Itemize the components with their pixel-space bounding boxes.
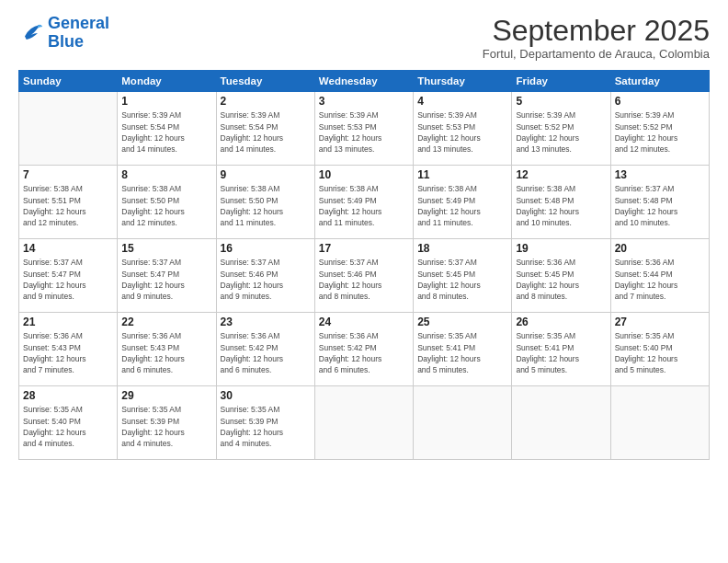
day-info: Sunrise: 5:36 AMSunset: 5:43 PMDaylight:…	[23, 330, 113, 375]
location: Fortul, Departamento de Arauca, Colombia	[483, 47, 710, 61]
weekday-header-saturday: Saturday	[610, 71, 709, 92]
calendar-week-1: 7Sunrise: 5:38 AMSunset: 5:51 PMDaylight…	[19, 166, 710, 239]
day-number: 6	[615, 95, 705, 108]
day-number: 12	[516, 168, 606, 181]
day-number: 15	[121, 242, 211, 255]
weekday-header-sunday: Sunday	[19, 71, 118, 92]
calendar-week-2: 14Sunrise: 5:37 AMSunset: 5:47 PMDayligh…	[19, 239, 710, 313]
day-info: Sunrise: 5:39 AMSunset: 5:52 PMDaylight:…	[516, 109, 606, 155]
month-year: September 2025	[483, 15, 710, 47]
day-info: Sunrise: 5:39 AMSunset: 5:52 PMDaylight:…	[615, 109, 705, 155]
calendar-cell: 14Sunrise: 5:37 AMSunset: 5:47 PMDayligh…	[19, 239, 118, 313]
calendar-week-4: 28Sunrise: 5:35 AMSunset: 5:40 PMDayligh…	[19, 386, 710, 460]
day-number: 13	[615, 168, 705, 181]
calendar-cell: 2Sunrise: 5:39 AMSunset: 5:54 PMDaylight…	[216, 92, 314, 166]
calendar-cell: 20Sunrise: 5:36 AMSunset: 5:44 PMDayligh…	[610, 239, 709, 313]
day-info: Sunrise: 5:37 AMSunset: 5:47 PMDaylight:…	[23, 257, 113, 302]
calendar-cell: 6Sunrise: 5:39 AMSunset: 5:52 PMDaylight…	[610, 92, 709, 166]
calendar-cell	[512, 386, 610, 460]
day-number: 25	[417, 316, 507, 328]
day-number: 18	[417, 242, 507, 255]
calendar-cell: 19Sunrise: 5:36 AMSunset: 5:45 PMDayligh…	[512, 239, 610, 313]
day-number: 26	[516, 316, 606, 328]
day-info: Sunrise: 5:35 AMSunset: 5:41 PMDaylight:…	[516, 330, 606, 375]
calendar: SundayMondayTuesdayWednesdayThursdayFrid…	[18, 70, 710, 460]
calendar-cell: 12Sunrise: 5:38 AMSunset: 5:48 PMDayligh…	[512, 166, 610, 239]
weekday-header-monday: Monday	[118, 71, 216, 92]
calendar-cell: 27Sunrise: 5:35 AMSunset: 5:40 PMDayligh…	[610, 313, 709, 386]
day-number: 27	[615, 316, 705, 328]
day-number: 9	[221, 168, 311, 181]
day-number: 2	[221, 95, 311, 108]
day-info: Sunrise: 5:37 AMSunset: 5:48 PMDaylight:…	[615, 183, 705, 228]
calendar-cell: 18Sunrise: 5:37 AMSunset: 5:45 PMDayligh…	[414, 239, 512, 313]
calendar-cell: 9Sunrise: 5:38 AMSunset: 5:50 PMDaylight…	[216, 166, 314, 239]
calendar-week-3: 21Sunrise: 5:36 AMSunset: 5:43 PMDayligh…	[19, 313, 710, 386]
day-info: Sunrise: 5:35 AMSunset: 5:39 PMDaylight:…	[121, 404, 211, 449]
day-number: 8	[121, 168, 211, 181]
logo-text: General Blue	[48, 15, 109, 52]
weekday-header-row: SundayMondayTuesdayWednesdayThursdayFrid…	[19, 71, 710, 92]
day-info: Sunrise: 5:38 AMSunset: 5:50 PMDaylight:…	[221, 183, 311, 228]
calendar-cell	[314, 386, 413, 460]
weekday-header-wednesday: Wednesday	[314, 71, 413, 92]
day-info: Sunrise: 5:39 AMSunset: 5:53 PMDaylight:…	[417, 109, 507, 155]
day-info: Sunrise: 5:38 AMSunset: 5:49 PMDaylight:…	[417, 183, 507, 228]
calendar-cell: 23Sunrise: 5:36 AMSunset: 5:42 PMDayligh…	[216, 313, 314, 386]
day-info: Sunrise: 5:38 AMSunset: 5:50 PMDaylight:…	[121, 183, 211, 228]
calendar-cell: 29Sunrise: 5:35 AMSunset: 5:39 PMDayligh…	[118, 386, 216, 460]
day-number: 3	[319, 95, 409, 108]
calendar-cell: 17Sunrise: 5:37 AMSunset: 5:46 PMDayligh…	[314, 239, 413, 313]
calendar-cell: 4Sunrise: 5:39 AMSunset: 5:53 PMDaylight…	[414, 92, 512, 166]
calendar-cell: 11Sunrise: 5:38 AMSunset: 5:49 PMDayligh…	[414, 166, 512, 239]
day-info: Sunrise: 5:39 AMSunset: 5:53 PMDaylight:…	[319, 109, 409, 155]
day-number: 22	[121, 316, 211, 328]
logo-line1: General	[48, 14, 109, 32]
day-info: Sunrise: 5:37 AMSunset: 5:46 PMDaylight:…	[319, 257, 409, 302]
calendar-cell: 21Sunrise: 5:36 AMSunset: 5:43 PMDayligh…	[19, 313, 118, 386]
calendar-cell: 26Sunrise: 5:35 AMSunset: 5:41 PMDayligh…	[512, 313, 610, 386]
day-number: 5	[516, 95, 606, 108]
calendar-cell: 30Sunrise: 5:35 AMSunset: 5:39 PMDayligh…	[216, 386, 314, 460]
page: General Blue September 2025 Fortul, Depa…	[0, 0, 728, 563]
calendar-cell: 16Sunrise: 5:37 AMSunset: 5:46 PMDayligh…	[216, 239, 314, 313]
day-info: Sunrise: 5:38 AMSunset: 5:51 PMDaylight:…	[23, 183, 113, 228]
day-info: Sunrise: 5:35 AMSunset: 5:40 PMDaylight:…	[615, 330, 705, 375]
day-number: 28	[23, 389, 113, 402]
calendar-cell: 8Sunrise: 5:38 AMSunset: 5:50 PMDaylight…	[118, 166, 216, 239]
day-number: 20	[615, 242, 705, 255]
calendar-cell	[610, 386, 709, 460]
calendar-week-0: 1Sunrise: 5:39 AMSunset: 5:54 PMDaylight…	[19, 92, 710, 166]
day-number: 21	[23, 316, 113, 328]
weekday-header-tuesday: Tuesday	[216, 71, 314, 92]
day-info: Sunrise: 5:36 AMSunset: 5:43 PMDaylight:…	[121, 330, 211, 375]
header: General Blue September 2025 Fortul, Depa…	[18, 15, 710, 61]
calendar-cell	[19, 92, 118, 166]
day-info: Sunrise: 5:35 AMSunset: 5:40 PMDaylight:…	[23, 404, 113, 449]
logo-icon	[18, 20, 44, 46]
calendar-cell: 25Sunrise: 5:35 AMSunset: 5:41 PMDayligh…	[414, 313, 512, 386]
day-number: 24	[319, 316, 409, 328]
day-info: Sunrise: 5:39 AMSunset: 5:54 PMDaylight:…	[121, 109, 211, 155]
day-number: 11	[417, 168, 507, 181]
calendar-cell: 22Sunrise: 5:36 AMSunset: 5:43 PMDayligh…	[118, 313, 216, 386]
calendar-cell: 24Sunrise: 5:36 AMSunset: 5:42 PMDayligh…	[314, 313, 413, 386]
calendar-cell	[414, 386, 512, 460]
day-number: 29	[121, 389, 211, 402]
day-info: Sunrise: 5:36 AMSunset: 5:42 PMDaylight:…	[221, 330, 311, 375]
calendar-cell: 15Sunrise: 5:37 AMSunset: 5:47 PMDayligh…	[118, 239, 216, 313]
day-info: Sunrise: 5:38 AMSunset: 5:49 PMDaylight:…	[319, 183, 409, 228]
day-info: Sunrise: 5:35 AMSunset: 5:39 PMDaylight:…	[221, 404, 311, 449]
calendar-cell: 7Sunrise: 5:38 AMSunset: 5:51 PMDaylight…	[19, 166, 118, 239]
day-number: 16	[221, 242, 311, 255]
title-block: September 2025 Fortul, Departamento de A…	[483, 15, 710, 61]
weekday-header-thursday: Thursday	[414, 71, 512, 92]
calendar-cell: 28Sunrise: 5:35 AMSunset: 5:40 PMDayligh…	[19, 386, 118, 460]
day-info: Sunrise: 5:37 AMSunset: 5:46 PMDaylight:…	[221, 257, 311, 302]
day-number: 17	[319, 242, 409, 255]
day-number: 10	[319, 168, 409, 181]
day-number: 4	[417, 95, 507, 108]
logo: General Blue	[18, 15, 109, 52]
logo-line2: Blue	[48, 32, 84, 51]
day-info: Sunrise: 5:36 AMSunset: 5:45 PMDaylight:…	[516, 257, 606, 302]
